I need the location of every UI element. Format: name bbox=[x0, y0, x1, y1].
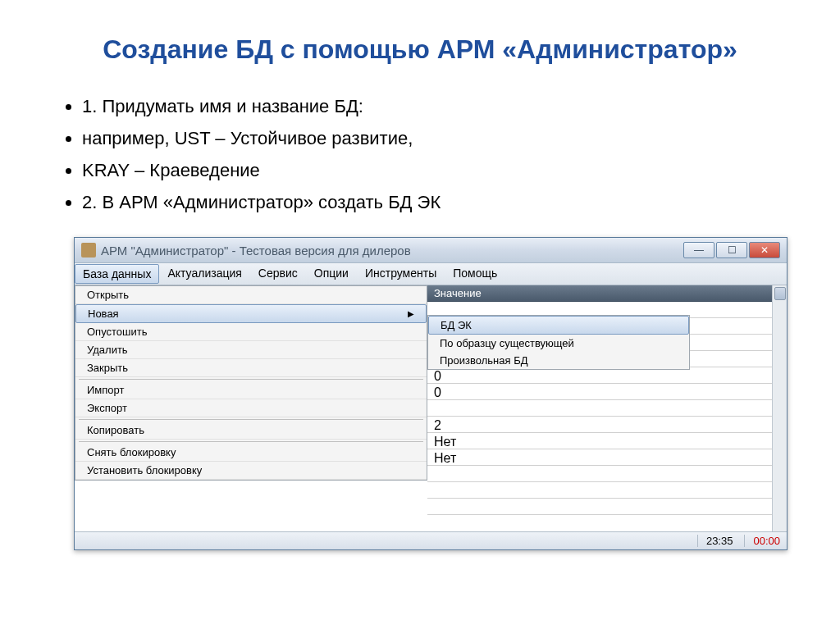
bullet-item: 1. Придумать имя и название БД: bbox=[82, 92, 791, 121]
scrollbar[interactable] bbox=[772, 285, 787, 531]
new-submenu: БД ЭК По образцу существующей Произвольн… bbox=[427, 315, 690, 370]
menu-options[interactable]: Опции bbox=[306, 263, 357, 285]
menu-help[interactable]: Помощь bbox=[445, 263, 505, 285]
minimize-button[interactable]: — bbox=[683, 242, 714, 258]
submenu-bd-ek[interactable]: БД ЭК bbox=[428, 316, 689, 335]
menu-separator bbox=[79, 441, 423, 442]
menu-separator bbox=[79, 419, 423, 420]
grid-row bbox=[427, 466, 787, 482]
grid-row bbox=[427, 499, 787, 515]
menu-lock[interactable]: Установить блокировку bbox=[75, 462, 427, 480]
grid-row: 0 bbox=[427, 384, 787, 400]
submenu-by-sample[interactable]: По образцу существующей bbox=[428, 335, 689, 352]
menu-open[interactable]: Открыть bbox=[75, 286, 427, 304]
menu-close[interactable]: Закрыть bbox=[75, 359, 427, 377]
grid-row: Нет bbox=[427, 449, 787, 466]
menu-tools[interactable]: Инструменты bbox=[357, 263, 445, 285]
grid-row: Нет bbox=[427, 433, 787, 449]
status-time: 23:35 bbox=[697, 535, 733, 547]
grid-row: 2 bbox=[427, 417, 787, 433]
menu-delete[interactable]: Удалить bbox=[75, 341, 427, 359]
app-icon bbox=[81, 243, 96, 258]
menu-import[interactable]: Импорт bbox=[75, 381, 427, 399]
bullet-list: 1. Придумать имя и название БД: например… bbox=[49, 92, 791, 217]
title-bar: АРМ "Администратор" - Тестовая версия дл… bbox=[75, 238, 787, 263]
grid-row bbox=[427, 482, 787, 499]
status-bar: 23:35 00:00 bbox=[75, 531, 787, 549]
window-controls: — ☐ ✕ bbox=[683, 242, 780, 258]
database-dropdown: Открыть Новая ▶ Опустошить Удалить Закры… bbox=[75, 285, 427, 481]
grid-row bbox=[427, 400, 787, 417]
grid-header-value: Значение bbox=[427, 285, 787, 302]
menu-database[interactable]: База данных bbox=[75, 264, 159, 284]
status-timer: 00:00 bbox=[744, 535, 780, 547]
window-title: АРМ "Администратор" - Тестовая версия дл… bbox=[101, 244, 683, 258]
close-button[interactable]: ✕ bbox=[749, 242, 780, 258]
grid-row: 0 bbox=[427, 367, 787, 384]
menu-separator bbox=[79, 379, 423, 380]
menu-unlock[interactable]: Снять блокировку bbox=[75, 444, 427, 462]
bullet-item: 2. В АРМ «Администратор» создать БД ЭК bbox=[82, 188, 791, 217]
slide-title: Создание БД с помощью АРМ «Администратор… bbox=[49, 33, 791, 67]
menu-new[interactable]: Новая ▶ bbox=[75, 304, 427, 323]
app-window: АРМ "Администратор" - Тестовая версия дл… bbox=[74, 237, 788, 550]
menu-service[interactable]: Сервис bbox=[250, 263, 306, 285]
maximize-button[interactable]: ☐ bbox=[716, 242, 747, 258]
menu-export[interactable]: Экспорт bbox=[75, 399, 427, 417]
chevron-right-icon: ▶ bbox=[408, 309, 414, 318]
content-area: Значение 0 0 2 Нет Нет Открыть Новая ▶ bbox=[75, 285, 787, 531]
scroll-up-icon[interactable] bbox=[774, 287, 786, 300]
menu-bar: База данных Актуализация Сервис Опции Ин… bbox=[75, 263, 787, 285]
bullet-item: KRAY – Краеведение bbox=[82, 156, 791, 185]
submenu-arbitrary[interactable]: Произвольная БД bbox=[428, 352, 689, 369]
menu-copy[interactable]: Копировать bbox=[75, 422, 427, 440]
menu-empty[interactable]: Опустошить bbox=[75, 323, 427, 341]
menu-actualization[interactable]: Актуализация bbox=[159, 263, 249, 285]
bullet-item: например, UST – Устойчивое развитие, bbox=[82, 124, 791, 153]
